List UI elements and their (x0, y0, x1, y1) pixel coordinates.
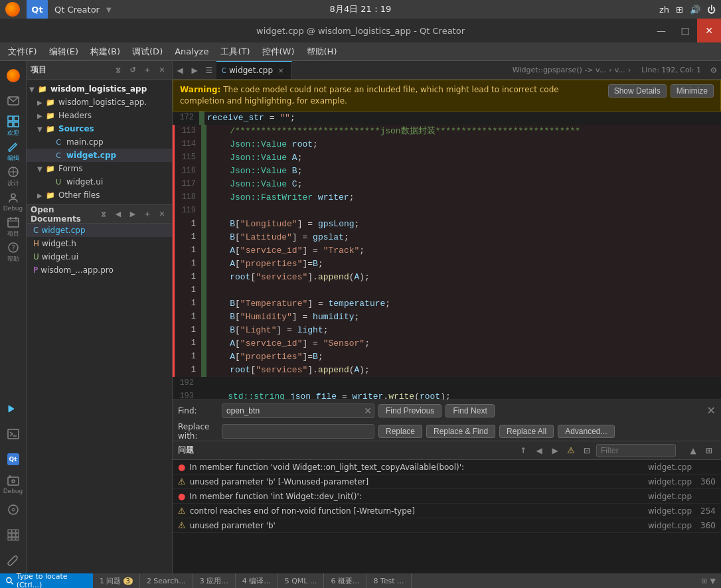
system-bar: Qt Qt Creator ▼ 8月4日 21：19 zh ⊞ 🔊 ⏻ (0, 0, 721, 19)
open-docs-close[interactable]: ✕ (156, 208, 168, 220)
tab-close-widget-cpp[interactable]: ✕ (276, 65, 286, 76)
sidebar-item-welcome[interactable]: 欢迎 (1, 114, 25, 138)
status-tab-problems[interactable]: 1 问题 3 (93, 573, 140, 588)
menu-controls[interactable]: 控件(W) (257, 44, 300, 60)
problem-item-2[interactable]: ● In member function 'int Widget::dev_In… (173, 489, 721, 504)
code-line-116b: 1 B["Temperature"] = temperature; (175, 297, 721, 311)
status-tab-search[interactable]: 2 Search... (140, 573, 193, 588)
problems-expand[interactable]: ⊞ (702, 444, 716, 457)
find-input[interactable] (222, 404, 374, 418)
menu-tools[interactable]: 工具(T) (215, 44, 255, 60)
tree-main-cpp[interactable]: C main.cpp (27, 135, 172, 149)
sidebar-item-help[interactable]: ? 帮助 (1, 240, 25, 264)
tree-forms[interactable]: ▼ 📁 Forms (27, 162, 172, 175)
sidebar-item-vscode[interactable] (1, 397, 25, 421)
warning-text: Warning: The code model could not parse … (180, 84, 603, 107)
menu-analyze[interactable]: Analyze (169, 44, 214, 58)
svg-rect-20 (12, 530, 15, 533)
open-doc-widget-cpp[interactable]: C widget.cpp (27, 224, 172, 237)
sidebar-item-debug[interactable]: Debug (1, 190, 25, 214)
tab-nav-right[interactable]: ▶ (187, 61, 202, 80)
sidebar-item-terminal[interactable] (1, 422, 25, 446)
status-tab-test[interactable]: 8 Test ... (366, 573, 411, 588)
problems-title: 问题 (178, 445, 194, 456)
tree-widget-ui[interactable]: U widget.ui (27, 175, 172, 188)
problem-item-1[interactable]: ⚠ unused parameter 'b' [-Wunused-paramet… (173, 475, 721, 489)
status-tab-qml[interactable]: 5 QML ... (278, 573, 325, 588)
tree-root[interactable]: ▼ 📁 wisdom_logistics_app (27, 82, 172, 96)
find-close-icon[interactable]: ✕ (707, 404, 716, 417)
status-tab-apply[interactable]: 3 应用... (193, 573, 236, 588)
problems-list: ● In member function 'void Widget::on_li… (173, 460, 721, 573)
sidebar-item-grid[interactable] (1, 523, 25, 547)
tree-root-sub[interactable]: ▶ 📁 wisdom_logistics_app. (27, 96, 172, 109)
open-doc-widget-h[interactable]: H widget.h (27, 237, 172, 250)
problems-nav-right[interactable]: ▶ (548, 444, 562, 457)
firefox-icon[interactable] (5, 2, 20, 17)
editor-tab-widget-cpp[interactable]: C widget.cpp ✕ (216, 61, 292, 80)
problems-sync-icon[interactable]: ↑ (517, 444, 530, 457)
menu-build[interactable]: 构建(B) (85, 44, 125, 60)
close-button[interactable]: ✕ (697, 19, 721, 42)
open-doc-app-pro[interactable]: P wisdom_...app.pro (27, 263, 172, 277)
minimize-button[interactable]: Minimize (671, 84, 714, 98)
editor-settings[interactable]: ⚙ (706, 61, 721, 80)
code-editor[interactable]: 172 receive_str = ""; 113 /*************… (173, 111, 721, 400)
system-bar-left: Qt Qt Creator ▼ (5, 0, 112, 20)
warning-icon: ⚠ (178, 506, 186, 516)
tab-list[interactable]: ☰ (202, 61, 216, 80)
menu-debug[interactable]: 调试(D) (127, 44, 168, 60)
show-details-button[interactable]: Show Details (608, 84, 667, 98)
svg-rect-24 (16, 534, 19, 537)
sidebar-item-qt[interactable]: Qt (1, 447, 25, 471)
locate-placeholder: Type to locate (Ctrl...) (17, 572, 88, 588)
filter-icon[interactable]: ⧖ (112, 64, 124, 76)
problems-options[interactable]: ⊟ (580, 444, 594, 457)
maximize-button[interactable]: □ (673, 19, 697, 42)
sidebar-item-design[interactable]: 设计 (1, 165, 25, 188)
open-docs-nav-left[interactable]: ◀ (112, 208, 124, 220)
status-tab-compile[interactable]: 4 编译... (236, 573, 278, 588)
replace-input[interactable] (222, 424, 374, 439)
sidebar-item-activities[interactable] (1, 64, 25, 88)
problems-warning-filter[interactable]: ⚠ (564, 444, 578, 457)
sidebar-item-project[interactable]: 项目 (1, 215, 25, 239)
replace-all-button[interactable]: Replace All (499, 425, 554, 438)
close-panel-icon[interactable]: ✕ (156, 64, 168, 76)
find-clear-icon[interactable]: ✕ (364, 405, 372, 416)
replace-and-find-button[interactable]: Replace & Find (426, 425, 495, 438)
find-previous-button[interactable]: Find Previous (378, 404, 441, 417)
problem-item-4[interactable]: ⚠ unused parameter 'b' widget.cpp 360 (173, 518, 721, 533)
sidebar-item-wrench[interactable] (1, 548, 25, 572)
find-next-button[interactable]: Find Next (445, 404, 494, 417)
open-docs-filter-icon[interactable]: ⧖ (98, 208, 110, 220)
problems-nav-left[interactable]: ◀ (532, 444, 546, 457)
tree-other-files[interactable]: ▶ 📁 Other files (27, 188, 172, 202)
sidebar-item-dvd[interactable] (1, 498, 25, 522)
problems-filter-input[interactable] (596, 444, 676, 457)
menu-edit[interactable]: 编辑(E) (44, 44, 84, 60)
status-tab-overview[interactable]: 6 概要... (324, 573, 366, 588)
open-doc-widget-ui[interactable]: U widget.ui (27, 250, 172, 263)
tree-headers[interactable]: ▶ 📁 Headers (27, 109, 172, 122)
dropdown-arrow[interactable]: ▼ (106, 6, 112, 13)
replace-button[interactable]: Replace (378, 425, 422, 438)
tree-widget-cpp[interactable]: C widget.cpp (27, 149, 172, 162)
sidebar-item-debug2[interactable]: Debug (1, 473, 25, 496)
tab-nav-left[interactable]: ◀ (173, 61, 187, 80)
sidebar-item-mail[interactable] (1, 89, 25, 113)
problem-item-0[interactable]: ● In member function 'void Widget::on_li… (173, 460, 721, 475)
advanced-button[interactable]: Advanced... (558, 425, 614, 438)
problem-item-3[interactable]: ⚠ control reaches end of non-void functi… (173, 504, 721, 518)
tree-sources[interactable]: ▼ 📁 Sources (27, 122, 172, 135)
menu-file[interactable]: 文件(F) (3, 44, 42, 60)
minimize-button[interactable]: — (649, 19, 673, 42)
problems-collapse[interactable]: ▲ (686, 444, 700, 457)
sync-icon[interactable]: ↺ (127, 64, 139, 76)
sidebar-item-edit[interactable]: 编辑 (1, 139, 25, 163)
open-docs-add[interactable]: + (141, 208, 153, 220)
code-line-117b: 1 B["Humidity"] = humidity; (175, 311, 721, 324)
add-icon[interactable]: + (141, 64, 153, 76)
menu-help[interactable]: 帮助(H) (301, 44, 343, 60)
open-docs-nav-right[interactable]: ▶ (127, 208, 139, 220)
